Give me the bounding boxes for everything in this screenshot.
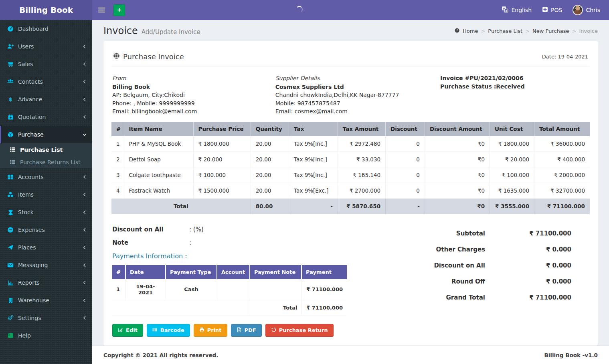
payments-total-row: Total ₹ 71100.000	[112, 300, 347, 315]
chevron-left-icon	[83, 44, 87, 48]
sidebar-item-places[interactable]: Places	[0, 239, 92, 256]
cube-icon	[6, 131, 14, 138]
barcode-icon	[152, 327, 158, 334]
sidebar: Dashboard Users Sales Contacts $ Advance	[0, 20, 92, 364]
summary-other-charges: Other Charges ₹ 0.000	[398, 241, 571, 257]
loading-spinner-icon	[296, 6, 303, 13]
globe-icon	[113, 52, 120, 61]
item-row: 2 Dettol Soap ₹ 20.000 20.00 Tax 9%[Inc.…	[111, 151, 590, 167]
col-header: Quantity	[251, 122, 289, 136]
invoice-summary: Subtotal ₹ 71100.000 Other Charges ₹ 0.0…	[398, 223, 590, 316]
invoice-meta: Invoice #PU/2021/02/0006 Purchase Status…	[440, 74, 589, 116]
topbar: Billing Book + Aa English POS Chris	[0, 0, 609, 20]
discount-on-all-row: Discount on All : (%)	[112, 226, 398, 233]
sidebar-item-settings[interactable]: Settings	[0, 309, 92, 327]
edit-button[interactable]: Edit	[112, 324, 143, 337]
sidebar-item-sales[interactable]: Sales	[0, 55, 92, 73]
sidebar-item-purchase-list[interactable]: Purchase List	[0, 143, 92, 156]
sidebar-item-warehouse[interactable]: Warehouse	[0, 292, 92, 309]
chevron-left-icon	[83, 115, 87, 119]
calendar-plus-icon	[6, 114, 14, 120]
payment-row: 1 19-04-2021 Cash ₹ 71100.000	[112, 279, 347, 300]
sidebar-item-advance[interactable]: $ Advance	[0, 90, 92, 108]
undo-icon	[271, 327, 276, 334]
sidebar-item-dashboard[interactable]: Dashboard	[0, 20, 92, 38]
topbar-right: Aa English POS Chris	[502, 5, 609, 15]
quick-add-button[interactable]: +	[113, 4, 125, 16]
summary-grand-total: Grand Total ₹ 71100.000	[398, 290, 571, 306]
sidebar-item-expenses[interactable]: Expenses	[0, 221, 92, 239]
invoice-number: Invoice #PU/2021/02/0006	[440, 74, 589, 82]
chevron-left-icon	[83, 298, 87, 302]
sidebar-item-users[interactable]: Users	[0, 38, 92, 55]
footer: Copyright © 2021 All rights reserved. Bi…	[92, 346, 609, 364]
barcode-button[interactable]: Barcode	[147, 324, 190, 337]
chevron-down-icon	[83, 133, 87, 137]
copyright-text: Copyright © 2021 All rights reserved.	[103, 352, 218, 358]
sidebar-item-quotation[interactable]: Quotation	[0, 108, 92, 126]
user-avatar	[573, 5, 583, 15]
breadcrumb-home[interactable]: Home	[463, 28, 478, 34]
sidebar-item-purchase-returns-list[interactable]: Purchase Returns List	[0, 156, 92, 168]
pdf-icon	[237, 327, 242, 334]
invoice-date: Date: 19-04-2021	[542, 54, 588, 60]
col-header: Payment Note	[250, 265, 301, 279]
col-header: Tax Amount	[338, 122, 385, 136]
purchase-status: Purchase Status :Received	[440, 82, 589, 91]
sidebar-item-stock[interactable]: Stock	[0, 203, 92, 221]
breadcrumb-purchase-list[interactable]: Purchase List	[488, 28, 522, 34]
content-area: Invoice Add/Update Invoice Home > Purcha…	[92, 20, 609, 346]
col-header: Total Amount	[534, 122, 590, 136]
print-icon	[199, 327, 204, 334]
print-button[interactable]: Print	[194, 324, 227, 337]
app-logo[interactable]: Billing Book	[0, 0, 92, 20]
pos-label: POS	[551, 7, 562, 13]
sidebar-item-reports[interactable]: Reports	[0, 274, 92, 292]
breadcrumb-new-purchase[interactable]: New Purchase	[532, 28, 569, 34]
chevron-left-icon	[83, 316, 87, 320]
payments-table: # Date Payment Type Account Payment Note…	[112, 265, 347, 316]
contacts-group-icon	[6, 78, 14, 85]
col-header: Date	[125, 265, 166, 279]
sidebar-item-contacts[interactable]: Contacts	[0, 73, 92, 90]
items-table: # Item Name Purchase Price Quantity Tax …	[111, 122, 590, 214]
purchase-return-button[interactable]: Purchase Return	[265, 324, 334, 337]
item-row: 3 Colgate toothpaste ₹ 100.000 20.00 Tax…	[111, 167, 590, 183]
from-details: From Billing Book AP: Belgaum, City:Chik…	[112, 74, 275, 116]
chevron-left-icon	[83, 263, 87, 267]
col-header: Payment	[301, 265, 347, 279]
chevron-left-icon	[83, 193, 87, 197]
plus-square-icon	[542, 6, 548, 14]
cart-icon	[6, 61, 14, 67]
payments-header-row: # Date Payment Type Account Payment Note…	[112, 265, 347, 279]
app-version: Billing Book -v1.0	[544, 352, 598, 358]
page-title: Invoice Add/Update Invoice	[103, 25, 200, 36]
note-row: Note :	[112, 239, 398, 246]
bar-chart-icon	[6, 280, 14, 286]
pos-button[interactable]: POS	[542, 6, 562, 14]
top-navbar: + Aa English POS Chris	[92, 0, 609, 20]
pdf-button[interactable]: PDF	[231, 324, 262, 337]
col-header: Payment Type	[166, 265, 217, 279]
user-menu[interactable]: Chris	[573, 5, 600, 15]
language-menu[interactable]: Aa English	[502, 6, 532, 14]
list-icon	[8, 159, 16, 165]
sidebar-item-items[interactable]: Items	[0, 186, 92, 203]
purchase-submenu: Purchase List Purchase Returns List	[0, 143, 92, 168]
language-label: English	[511, 7, 532, 13]
sidebar-item-accounts[interactable]: Accounts	[0, 168, 92, 186]
sidebar-item-purchase[interactable]: Purchase	[0, 126, 92, 143]
card-title: Purchase Invoice	[113, 52, 184, 61]
item-row: 1 PHP & MySQL Book ₹ 1800.000 20.00 Tax …	[111, 136, 590, 152]
chevron-left-icon	[83, 281, 87, 285]
col-header: Account	[217, 265, 250, 279]
chevron-left-icon	[83, 245, 87, 249]
sidebar-item-help[interactable]: Help	[0, 327, 92, 344]
summary-round-off: Round Off ₹ 0.000	[398, 274, 571, 290]
hamburger-menu-icon[interactable]	[92, 0, 111, 20]
dollar-icon: $	[6, 96, 14, 103]
sidebar-item-messaging[interactable]: Messaging	[0, 256, 92, 274]
col-header: #	[111, 122, 124, 136]
chevron-left-icon	[83, 80, 87, 84]
summary-subtotal: Subtotal ₹ 71100.000	[398, 225, 571, 241]
